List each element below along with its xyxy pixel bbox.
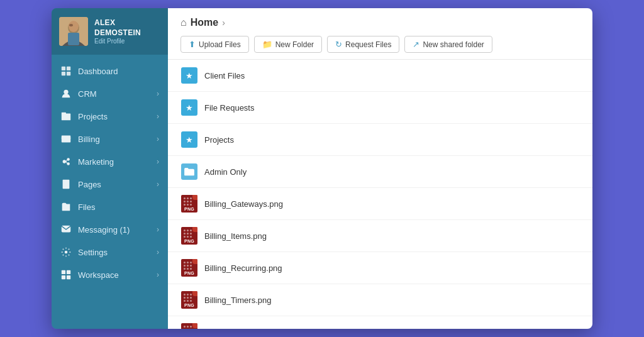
messaging-icon: [60, 224, 72, 235]
upload-icon: ⬆: [189, 40, 196, 49]
sidebar-label-marketing: Marketing: [78, 157, 157, 167]
dashboard-icon: [60, 65, 72, 77]
file-name: File Requests: [204, 103, 254, 113]
sidebar-item-workspace[interactable]: Workspace ›: [52, 263, 168, 286]
breadcrumb-arrow: ›: [222, 18, 225, 28]
list-item[interactable]: PNG Billing_Timers.png: [168, 284, 592, 316]
sidebar-item-marketing[interactable]: Marketing ›: [52, 150, 168, 173]
sidebar-item-crm[interactable]: CRM ›: [52, 82, 168, 105]
svg-point-2: [69, 21, 79, 32]
marketing-icon: [60, 156, 72, 167]
breadcrumb-title: Home: [191, 17, 218, 28]
svg-rect-13: [64, 118, 68, 118]
sidebar-label-settings: Settings: [78, 248, 157, 257]
list-item[interactable]: PNG Brochure Logo.png: [168, 316, 592, 329]
pages-arrow: ›: [157, 180, 159, 189]
list-item[interactable]: Admin Only: [168, 156, 592, 188]
list-item[interactable]: PNG Billing_Recurring.png: [168, 252, 592, 284]
svg-rect-12: [64, 116, 69, 116]
folder-star-icon: ★: [180, 131, 198, 148]
file-name: Admin Only: [204, 167, 247, 177]
png-file-icon: PNG: [180, 323, 198, 329]
svg-rect-16: [63, 140, 65, 141]
svg-rect-27: [67, 270, 70, 274]
sidebar-item-messaging[interactable]: Messaging (1) ›: [52, 218, 168, 241]
sidebar-item-dashboard[interactable]: Dashboard: [52, 60, 168, 82]
svg-rect-24: [62, 226, 70, 233]
svg-rect-7: [62, 72, 65, 75]
new-folder-label: New Folder: [275, 40, 314, 49]
svg-rect-6: [67, 67, 70, 70]
upload-label: Upload Files: [199, 40, 241, 49]
workspace-icon: [60, 269, 72, 280]
shared-label: New shared folder: [423, 40, 484, 49]
png-file-icon: PNG: [180, 291, 198, 309]
marketing-arrow: ›: [157, 157, 159, 166]
upload-files-button[interactable]: ⬆ Upload Files: [180, 36, 249, 53]
nav-menu: Dashboard CRM › Projects: [52, 55, 168, 329]
svg-point-19: [67, 162, 70, 165]
svg-point-17: [63, 160, 66, 163]
svg-rect-4: [68, 33, 79, 45]
sidebar-label-workspace: Workspace: [78, 270, 157, 280]
svg-point-3: [69, 24, 73, 26]
svg-point-25: [65, 251, 68, 254]
pages-icon: [60, 179, 72, 190]
file-name: Billing_Timers.png: [204, 296, 271, 305]
settings-arrow: ›: [157, 248, 159, 257]
edit-profile-link[interactable]: Edit Profile: [94, 38, 160, 45]
svg-rect-21: [64, 182, 68, 182]
sidebar-item-files[interactable]: Files: [52, 196, 168, 218]
svg-rect-8: [67, 72, 70, 75]
sidebar-label-pages: Pages: [78, 180, 157, 189]
svg-rect-5: [62, 67, 65, 70]
file-name: Projects: [204, 135, 234, 145]
png-file-icon: PNG: [180, 259, 198, 277]
request-label: Request Files: [345, 40, 391, 49]
app-container: ALEX DEMOSTEIN Edit Profile Dashboard: [52, 8, 592, 329]
new-shared-folder-button[interactable]: ↗ New shared folder: [404, 36, 492, 53]
shared-icon: ↗: [413, 40, 419, 49]
svg-rect-22: [64, 184, 68, 184]
top-bar: ⌂ Home › ⬆ Upload Files 📁 New Folder ↻ R…: [168, 8, 592, 60]
toolbar: ⬆ Upload Files 📁 New Folder ↻ Request Fi…: [180, 36, 580, 53]
list-item[interactable]: ★ Client Files: [168, 60, 592, 92]
billing-icon: [60, 133, 72, 145]
file-name: Client Files: [204, 71, 245, 80]
sidebar-label-billing: Billing: [78, 135, 157, 144]
file-list: ★ Client Files ★ File Requests ★ Project…: [168, 60, 592, 329]
png-file-icon: PNG: [180, 227, 198, 245]
svg-rect-15: [62, 137, 70, 139]
sidebar-item-billing[interactable]: Billing ›: [52, 128, 168, 150]
sidebar-item-projects[interactable]: Projects ›: [52, 105, 168, 128]
list-item[interactable]: PNG Billing_Gateways.png: [168, 188, 592, 220]
svg-rect-23: [64, 185, 67, 186]
svg-rect-11: [62, 113, 66, 114]
profile-section: ALEX DEMOSTEIN Edit Profile: [52, 8, 168, 55]
folder-plain-icon: [180, 163, 198, 180]
sidebar-item-pages[interactable]: Pages ›: [52, 173, 168, 196]
messaging-arrow: ›: [157, 225, 159, 234]
projects-icon: [60, 111, 72, 122]
list-item[interactable]: ★ File Requests: [168, 92, 592, 124]
list-item[interactable]: ★ Projects: [168, 124, 592, 156]
svg-point-18: [67, 158, 70, 161]
svg-rect-28: [62, 275, 65, 279]
sidebar-label-files: Files: [78, 202, 159, 212]
folder-star-icon: ★: [180, 67, 198, 84]
request-files-button[interactable]: ↻ Request Files: [327, 36, 399, 53]
file-name: Billing_Recurring.png: [204, 263, 282, 273]
files-icon: [60, 201, 72, 213]
crm-icon: [60, 88, 72, 99]
list-item[interactable]: PNG Billing_Items.png: [168, 220, 592, 252]
new-folder-button[interactable]: 📁 New Folder: [254, 36, 322, 53]
breadcrumb: ⌂ Home ›: [180, 17, 580, 28]
png-file-icon: PNG: [180, 195, 198, 213]
file-name: Billing_Gateways.png: [204, 199, 283, 209]
svg-rect-26: [62, 270, 65, 274]
sidebar-item-settings[interactable]: Settings ›: [52, 241, 168, 263]
avatar: [59, 17, 88, 46]
sidebar-label-projects: Projects: [78, 112, 157, 121]
projects-arrow: ›: [157, 112, 159, 121]
sidebar: ALEX DEMOSTEIN Edit Profile Dashboard: [52, 8, 168, 329]
